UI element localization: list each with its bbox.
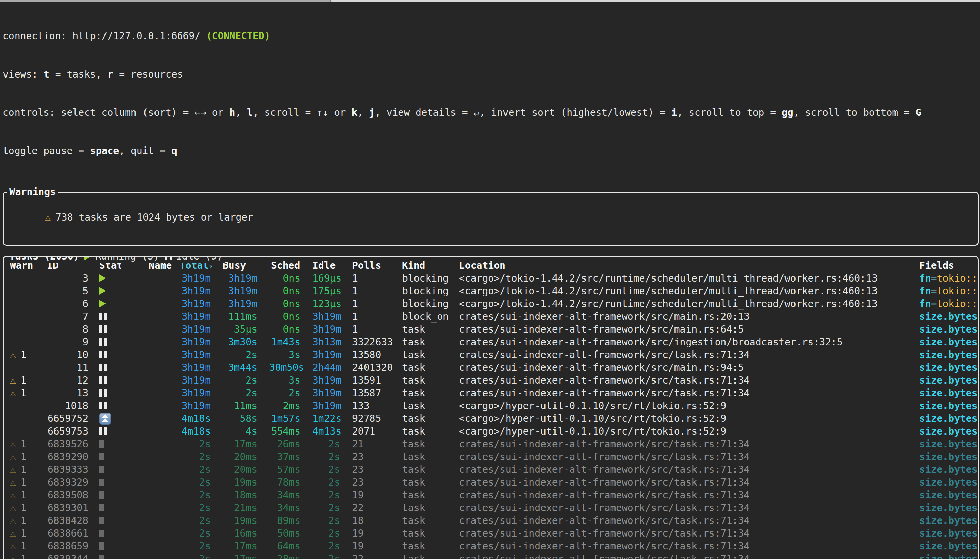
console-header: connection: http://127.0.0.1:6669/ (CONN…: [0, 2, 980, 183]
field-separator: =: [931, 273, 937, 284]
cell-idle: 2s: [313, 527, 352, 540]
running-icon: [84, 256, 91, 260]
field-name: fn: [919, 273, 931, 284]
field-name: size.bytes: [919, 349, 978, 361]
column-header-idle[interactable]: Idle: [313, 259, 352, 272]
tasks-panel: Tasks (2056) Running (3) Idle (9) WarnID…: [3, 256, 978, 559]
cell-polls: 19: [352, 540, 402, 552]
task-state-icon: [99, 491, 104, 499]
task-state-icon: [99, 376, 106, 384]
cell-kind: block_on: [402, 310, 459, 323]
cell-location: crates/sui-indexer-alt-framework/src/tas…: [459, 450, 919, 463]
cell-sched: 50ms: [269, 527, 313, 540]
table-row[interactable]: ⚠1 6839290 2s 20ms 37ms 2s 23 task crate…: [4, 450, 978, 463]
cell-polls: 19: [352, 489, 402, 501]
cell-warn: ⚠1: [4, 463, 42, 476]
running-count-label: Running (3): [95, 256, 159, 263]
field-name: size.bytes: [919, 464, 978, 475]
field-name: size.bytes: [919, 476, 978, 488]
cell-fields: size.bytes=: [919, 450, 978, 463]
cell-location: <cargo>/hyper-util-0.1.10/src/rt/tokio.r…: [459, 399, 919, 412]
warn-count: 1: [21, 464, 26, 475]
field-name: size.bytes: [919, 375, 978, 386]
warning-icon: ⚠: [45, 212, 51, 223]
table-row[interactable]: 9 3h19m 3m30s 1m43s 3h13m 3322633 task c…: [4, 336, 978, 349]
cell-idle: 3h13m: [313, 336, 352, 349]
column-header-busy[interactable]: Busy: [223, 259, 269, 272]
warn-count: 1: [21, 502, 26, 514]
cell-polls: 22: [352, 501, 402, 514]
column-header-polls[interactable]: Polls: [352, 259, 402, 272]
cell-warn: [4, 412, 42, 425]
cell-kind: task: [402, 489, 459, 501]
cell-state: [88, 412, 121, 425]
cell-kind: task: [402, 399, 459, 412]
cell-busy: 3h19m: [223, 272, 269, 284]
field-name: size.bytes: [919, 528, 978, 539]
warn-count: 1: [21, 490, 26, 501]
cell-task-id: 7: [42, 310, 88, 323]
cell-sched: 89ms: [269, 514, 313, 527]
table-row[interactable]: 6659753 4m18s 4s 554ms 4m13s 2071 task <…: [4, 425, 978, 438]
cell-state: [88, 323, 121, 336]
table-row[interactable]: 5 3h19m 3h19m 0ns 175µs 1 blocking <carg…: [4, 284, 978, 298]
cell-total: 3h19m: [180, 298, 223, 310]
cell-idle: 3h19m: [313, 374, 352, 387]
table-row[interactable]: ⚠1 12 3h19m 2s 3s 3h19m 13591 task crate…: [4, 374, 978, 387]
cell-fields: size.bytes=: [919, 412, 978, 425]
idle-count-label: Idle (9): [176, 256, 223, 263]
views-line: views: t = tasks, r = resources: [3, 68, 980, 81]
cell-fields: size.bytes=: [919, 514, 978, 527]
task-warning-icon: ⚠: [10, 528, 16, 539]
cell-busy: 58s: [223, 412, 269, 425]
table-row[interactable]: 3 3h19m 3h19m 0ns 169µs 1 blocking <carg…: [4, 272, 978, 284]
cell-task-id: 6838428: [42, 514, 88, 527]
cell-task-id: 6839508: [42, 489, 88, 501]
column-header-fields[interactable]: Fields: [919, 259, 978, 272]
table-row[interactable]: ⚠1 6839526 2s 17ms 26ms 2s 21 task crate…: [4, 438, 978, 450]
window-chrome-left: [0, 0, 330, 2]
cell-busy: 21ms: [223, 501, 269, 514]
table-row[interactable]: 11 3h19m 3m44s 30m50s 2h44m 2401320 task…: [4, 361, 978, 374]
table-row[interactable]: 7 3h19m 111ms 0ns 3h19m 1 block_on crate…: [4, 310, 978, 323]
table-row[interactable]: 6 3h19m 3h19m 0ns 123µs 1 blocking <carg…: [4, 298, 978, 310]
cell-name: [121, 514, 180, 527]
table-row[interactable]: ⚠1 6839329 2s 19ms 78ms 2s 23 task crate…: [4, 476, 978, 489]
cell-idle: 169µs: [313, 272, 352, 284]
text-segment: = resources: [113, 69, 183, 80]
cell-polls: 13580: [352, 349, 402, 361]
cell-total: 2s: [180, 450, 223, 463]
cell-idle: 3h19m: [313, 310, 352, 323]
cell-busy: 3h19m: [223, 284, 269, 298]
cell-total: 4m18s: [180, 412, 223, 425]
cell-fields: size.bytes=: [919, 438, 978, 450]
task-state-icon: [99, 351, 106, 359]
cell-state: [88, 336, 121, 349]
table-row[interactable]: ⚠1 6838659 2s 17ms 64ms 2s 19 task crate…: [4, 540, 978, 552]
cell-fields: size.bytes=: [919, 540, 978, 552]
table-row[interactable]: ⚠1 6838661 2s 16ms 50ms 2s 19 task crate…: [4, 527, 978, 540]
column-header-kind[interactable]: Kind: [402, 259, 459, 272]
table-row[interactable]: ⚠1 6839344 2s 17ms 28ms 2s 22 task crate…: [4, 552, 978, 559]
table-row[interactable]: ⚠1 6839508 2s 18ms 34ms 2s 19 task crate…: [4, 489, 978, 501]
column-header-location[interactable]: Location: [459, 259, 919, 272]
cell-state: [88, 438, 121, 450]
column-header-sched[interactable]: Sched: [269, 259, 313, 272]
cell-state: [88, 552, 121, 559]
table-row[interactable]: ⚠1 6838428 2s 19ms 89ms 2s 18 task crate…: [4, 514, 978, 527]
table-row[interactable]: ⚠1 6839301 2s 21ms 34ms 2s 22 task crate…: [4, 501, 978, 514]
cell-total: 4m18s: [180, 425, 223, 438]
table-row[interactable]: ⚠1 10 3h19m 2s 3s 3h19m 13580 task crate…: [4, 349, 978, 361]
cell-sched: 2ms: [269, 399, 313, 412]
table-row[interactable]: 8 3h19m 35µs 0ns 3h19m 1 task crates/sui…: [4, 323, 978, 336]
cell-warn: [4, 425, 42, 438]
table-row[interactable]: 6659752 4m18s 58s 1m57s 1m22s 92785 task…: [4, 412, 978, 425]
cell-busy: 19ms: [223, 514, 269, 527]
cell-fields: size.bytes=: [919, 463, 978, 476]
cell-name: [121, 387, 180, 399]
table-row[interactable]: ⚠1 6839333 2s 20ms 57ms 2s 23 task crate…: [4, 463, 978, 476]
text-segment: l: [247, 107, 253, 118]
cell-sched: 1m57s: [269, 412, 313, 425]
table-row[interactable]: ⚠1 13 3h19m 2s 2s 3h19m 13587 task crate…: [4, 387, 978, 399]
table-row[interactable]: 1018 3h19m 11ms 2ms 3h19m 133 task <carg…: [4, 399, 978, 412]
